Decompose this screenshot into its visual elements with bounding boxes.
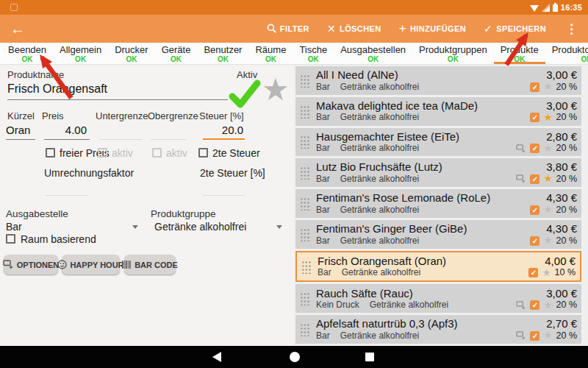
favorite-star-icon[interactable]: ★ bbox=[543, 300, 552, 311]
preis-label: Preis bbox=[42, 110, 64, 121]
active-checkbox[interactable]: ✓ bbox=[528, 268, 538, 277]
favorite-star-icon[interactable]: ★ bbox=[543, 174, 552, 184]
produktgruppe-label: Produktgruppe bbox=[151, 208, 216, 219]
add-button[interactable]: + HINZUFÜGEN bbox=[399, 24, 466, 34]
product-title: Fentiman's Ginger Beer (GiBe) bbox=[316, 222, 516, 236]
happy-hour-button[interactable]: HAPPY HOUR bbox=[62, 255, 120, 275]
steuer-input[interactable]: 20.0 bbox=[203, 124, 245, 140]
tab-produktoptionen[interactable]: Produktoptionen OK bbox=[545, 43, 588, 64]
favorite-star-icon[interactable]: ★ bbox=[543, 144, 552, 154]
product-title: Makava delighted ice tea (MaDe) bbox=[316, 99, 516, 113]
favorite-star-icon[interactable]: ★ bbox=[543, 113, 552, 123]
product-title: Apfelsaft naturtrüb 0,3 (Apf3) bbox=[316, 317, 516, 330]
tab-produkte[interactable]: Produkte OK bbox=[494, 43, 545, 64]
product-row[interactable]: Rauch Säfte (Rauc) Kein DruckGetränke al… bbox=[295, 284, 581, 313]
x-icon: ✕ bbox=[327, 24, 336, 34]
favorite-star-icon[interactable]: ★ bbox=[543, 82, 552, 92]
cart-plus-icon bbox=[3, 260, 14, 269]
drag-handle-icon[interactable] bbox=[300, 105, 309, 118]
umrechnungsfaktor-input[interactable] bbox=[46, 183, 88, 196]
active-checkbox[interactable]: ✓ bbox=[530, 113, 539, 122]
drag-handle-icon[interactable] bbox=[300, 197, 309, 210]
product-tax: 20 % bbox=[556, 82, 578, 93]
tab-allgemein[interactable]: Allgemein OK bbox=[53, 43, 108, 64]
active-checkbox[interactable]: ✓ bbox=[530, 82, 539, 92]
product-row[interactable]: Frisch Orangensaft (Oran) BarGetränke al… bbox=[295, 251, 581, 283]
product-tags: BarGetränke alkoholfrei bbox=[316, 205, 516, 216]
product-tax: 20 % bbox=[556, 330, 578, 342]
favorite-star-icon[interactable]: ★ bbox=[543, 236, 552, 246]
tab-r-ume[interactable]: Räume OK bbox=[248, 43, 293, 64]
active-checkbox[interactable]: ✓ bbox=[530, 300, 539, 310]
save-button[interactable]: ✓ SPEICHERN bbox=[484, 24, 546, 34]
barcode-button[interactable]: BAR CODE bbox=[124, 255, 176, 275]
product-row[interactable]: Hausgemachter Eistee (EiTe) BarGetränke … bbox=[295, 128, 581, 157]
product-list: All I Need (AlNe) BarGetränke alkoholfre… bbox=[294, 65, 588, 345]
check-icon: ✓ bbox=[484, 24, 492, 34]
drag-handle-icon[interactable] bbox=[300, 166, 309, 180]
drag-handle-icon[interactable] bbox=[300, 291, 309, 305]
ausgabestelle-label: Ausgabestelle bbox=[6, 208, 68, 219]
product-row[interactable]: Lutz Bio Fruchsäfte (Lutz) BarGetränke a… bbox=[295, 158, 581, 187]
product-row[interactable]: Makava delighted ice tea (MaDe) BarGeträ… bbox=[295, 97, 581, 126]
product-row[interactable]: Fentiman's Ginger Beer (GiBe) BarGetränk… bbox=[295, 220, 581, 249]
favorite-star-icon[interactable]: ★ bbox=[543, 330, 552, 341]
product-row[interactable]: All I Need (AlNe) BarGetränke alkoholfre… bbox=[295, 66, 581, 95]
tab-drucker[interactable]: Drucker OK bbox=[108, 43, 155, 64]
aktiv-obergrenze-checkbox[interactable] bbox=[152, 148, 162, 158]
aktiv-untergrenze-checkbox[interactable] bbox=[98, 148, 107, 158]
drag-handle-icon[interactable] bbox=[300, 322, 309, 336]
produktgruppe-dropdown[interactable]: Getränke alkoholfrei bbox=[154, 221, 282, 233]
drag-handle-icon[interactable] bbox=[300, 74, 309, 88]
chevron-down-icon bbox=[276, 225, 282, 229]
product-row[interactable]: Apfelsaft naturtrüb 0,3 (Apf3) BarGeträn… bbox=[295, 315, 581, 344]
product-price: 3,00 € bbox=[546, 287, 577, 300]
filter-button[interactable]: FILTER bbox=[267, 24, 309, 35]
drag-handle-icon[interactable] bbox=[300, 135, 309, 149]
tab-tische[interactable]: Tische OK bbox=[293, 43, 334, 64]
nav-home-icon[interactable] bbox=[290, 352, 300, 362]
product-tags: BarGetränke alkoholfrei bbox=[316, 174, 516, 185]
active-checkbox[interactable]: ✓ bbox=[530, 144, 539, 153]
untergrenze-input[interactable] bbox=[99, 124, 142, 140]
tab-produktgruppen[interactable]: Produktgruppen OK bbox=[412, 43, 494, 64]
tab-ger-te[interactable]: Geräte OK bbox=[155, 43, 198, 64]
tab-ausgabestellen[interactable]: Ausgabestellen OK bbox=[334, 43, 412, 64]
back-arrow-icon[interactable]: ← bbox=[10, 21, 25, 36]
active-checkbox[interactable]: ✓ bbox=[530, 236, 539, 246]
tab-beenden[interactable]: Beenden OK bbox=[1, 43, 53, 64]
raum-basierend-checkbox[interactable] bbox=[6, 234, 15, 244]
optionen-button[interactable]: OPTIONEN bbox=[4, 255, 58, 275]
aktiv-check-icon[interactable] bbox=[228, 79, 262, 112]
nav-recents-icon[interactable] bbox=[365, 353, 374, 361]
product-tags: BarGetränke alkoholfrei bbox=[316, 330, 516, 342]
active-checkbox[interactable]: ✓ bbox=[530, 331, 539, 341]
favorite-star-icon[interactable]: ★ bbox=[262, 74, 290, 106]
umrechnungsfaktor-label: Umrechnungsfaktor bbox=[44, 167, 134, 179]
plus-icon: + bbox=[399, 24, 406, 34]
nav-back-icon[interactable] bbox=[212, 352, 221, 362]
tab-benutzer[interactable]: Benutzer OK bbox=[197, 43, 248, 64]
delete-button[interactable]: ✕ LÖSCHEN bbox=[327, 24, 381, 34]
favorite-star-icon[interactable]: ★ bbox=[542, 268, 551, 278]
zweite-steuer-checkbox[interactable] bbox=[198, 148, 208, 158]
zweite-steuer-pct-input[interactable] bbox=[203, 183, 245, 196]
freier-preis-checkbox[interactable] bbox=[46, 148, 55, 158]
drag-handle-icon[interactable] bbox=[301, 260, 311, 274]
tab-ok-status: OK bbox=[115, 55, 148, 63]
produktname-input[interactable]: Frisch Orangensaft bbox=[7, 82, 228, 100]
chevron-down-icon bbox=[132, 225, 138, 229]
product-tags: Kein DruckGetränke alkoholfrei bbox=[316, 300, 516, 311]
drag-handle-icon[interactable] bbox=[300, 227, 309, 241]
active-checkbox[interactable]: ✓ bbox=[530, 174, 539, 184]
overflow-menu-icon[interactable]: ⋮ bbox=[565, 21, 578, 37]
ausgabestelle-dropdown[interactable]: Bar bbox=[6, 221, 138, 233]
obergrenze-input[interactable] bbox=[151, 124, 186, 140]
active-checkbox[interactable]: ✓ bbox=[530, 205, 539, 215]
aktiv-untergrenze-label: aktiv bbox=[112, 147, 133, 159]
favorite-star-icon[interactable]: ★ bbox=[543, 205, 552, 215]
clock: 16:35 bbox=[561, 3, 582, 12]
kuerzel-input[interactable]: Oran bbox=[6, 124, 35, 140]
preis-input[interactable]: 4.00 bbox=[44, 124, 90, 140]
product-row[interactable]: Fentiman's Rose Lemonade (RoLe) BarGeträ… bbox=[295, 189, 581, 218]
